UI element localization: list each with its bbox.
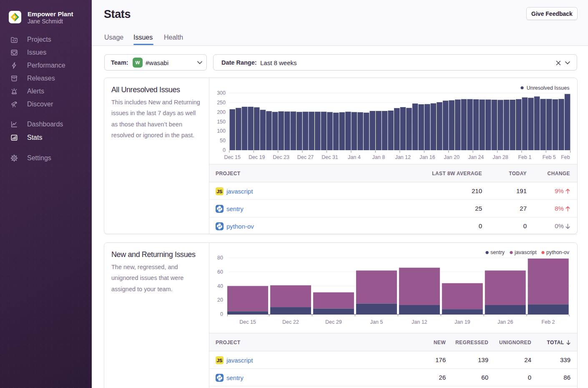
svg-text:Jan 12: Jan 12 xyxy=(395,154,411,160)
svg-text:Dec 31: Dec 31 xyxy=(322,154,338,160)
svg-text:Jan 8: Jan 8 xyxy=(372,154,385,160)
svg-text:0: 0 xyxy=(223,147,226,153)
svg-text:Dec 19: Dec 19 xyxy=(249,154,265,160)
svg-text:200: 200 xyxy=(217,109,226,115)
svg-text:Jan 19: Jan 19 xyxy=(455,319,470,325)
svg-text:Jan 24: Jan 24 xyxy=(468,154,484,160)
svg-text:Feb: Feb xyxy=(561,154,570,160)
svg-text:50: 50 xyxy=(220,138,226,144)
svg-text:80: 80 xyxy=(217,255,223,261)
svg-text:20: 20 xyxy=(217,297,223,303)
svg-text:Jan 28: Jan 28 xyxy=(493,154,508,160)
svg-text:python-ov: python-ov xyxy=(546,249,570,255)
svg-text:Jan 26: Jan 26 xyxy=(498,319,513,325)
svg-text:Dec 29: Dec 29 xyxy=(325,319,342,325)
svg-text:Unresolved Issues: Unresolved Issues xyxy=(527,85,570,91)
svg-text:Dec 22: Dec 22 xyxy=(282,319,299,325)
svg-text:Jan 12: Jan 12 xyxy=(412,319,427,325)
svg-text:150: 150 xyxy=(217,119,226,125)
svg-text:JS: JS xyxy=(217,189,223,194)
svg-text:40: 40 xyxy=(217,283,223,289)
svg-text:300: 300 xyxy=(217,90,226,96)
svg-text:javascript: javascript xyxy=(514,249,537,255)
svg-text:Dec 15: Dec 15 xyxy=(224,154,241,160)
svg-text:JS: JS xyxy=(217,358,223,363)
svg-text:Jan 16: Jan 16 xyxy=(420,154,435,160)
svg-text:Dec 15: Dec 15 xyxy=(239,319,256,325)
svg-text:Dec 27: Dec 27 xyxy=(297,154,314,160)
svg-text:Feb 1: Feb 1 xyxy=(518,154,531,160)
svg-text:Dec 23: Dec 23 xyxy=(273,154,289,160)
svg-text:Feb 5: Feb 5 xyxy=(543,154,556,160)
svg-text:Jan 20: Jan 20 xyxy=(444,154,460,160)
svg-text:Jan 4: Jan 4 xyxy=(348,154,361,160)
svg-text:60: 60 xyxy=(217,269,223,275)
svg-text:0: 0 xyxy=(220,311,223,317)
svg-text:100: 100 xyxy=(217,128,226,134)
svg-text:250: 250 xyxy=(217,100,226,106)
svg-text:sentry: sentry xyxy=(490,249,505,255)
svg-text:Feb 2: Feb 2 xyxy=(542,319,555,325)
svg-text:Jan 5: Jan 5 xyxy=(370,319,383,325)
